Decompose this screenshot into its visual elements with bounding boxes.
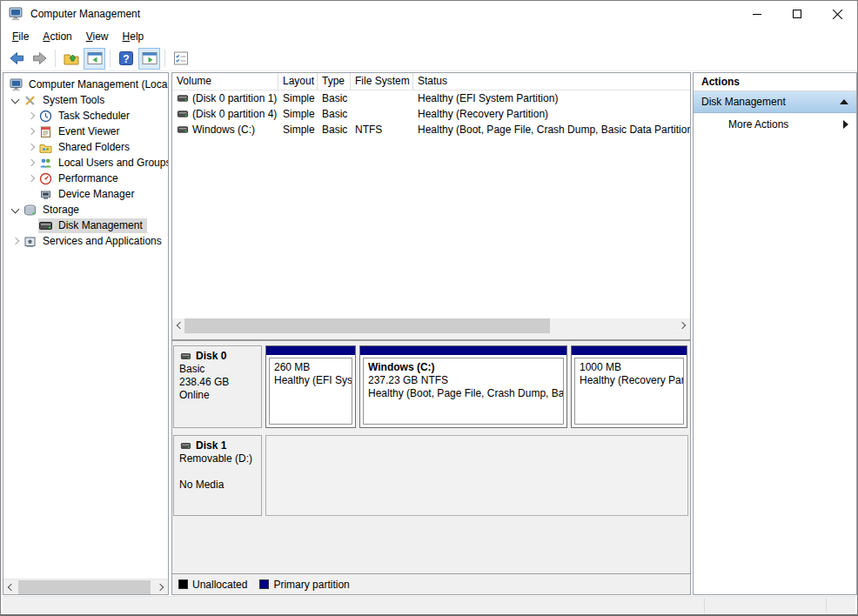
volume-row-windows-c[interactable]: Windows (C:) Simple Basic NTFS Healthy (…	[172, 122, 690, 137]
chevron-down-icon[interactable]	[9, 93, 23, 107]
forward-button[interactable]	[29, 48, 50, 70]
partition-recovery[interactable]: 1000 MB Healthy (Recovery Part	[571, 345, 687, 428]
action-pane-icon	[141, 50, 158, 67]
chevron-down-icon[interactable]	[9, 203, 23, 217]
forward-icon	[31, 50, 49, 67]
volume-layout: Simple	[278, 108, 318, 120]
chevron-right-icon[interactable]	[24, 156, 38, 170]
tree-item-system-tools[interactable]: System Tools	[3, 92, 168, 108]
tree-item-performance[interactable]: Performance	[3, 171, 168, 186]
storage-icon	[23, 204, 37, 217]
volume-name: (Disk 0 partition 1)	[192, 92, 277, 104]
scroll-left-arrow-icon[interactable]	[3, 580, 17, 594]
chevron-spacer	[24, 187, 38, 201]
volume-disk-icon	[177, 93, 189, 104]
partition-color-band	[360, 346, 566, 355]
tree-item-services-applications[interactable]: Services and Applications	[3, 233, 168, 249]
volume-disk-icon	[177, 124, 189, 135]
show-action-pane-button[interactable]	[138, 48, 160, 70]
tree-item-label: Disk Management	[57, 219, 144, 231]
close-icon	[832, 9, 842, 19]
volume-row-disk0-partition4[interactable]: (Disk 0 partition 4) Simple Basic Health…	[172, 106, 690, 122]
more-actions-item[interactable]: More Actions	[694, 113, 856, 136]
drive-icon	[179, 441, 192, 451]
graphical-disk-view: Disk 0 Basic 238.46 GB Online 260 MB Hea…	[172, 341, 690, 573]
disk-icon	[39, 219, 52, 232]
menu-file[interactable]: File	[5, 28, 36, 45]
volume-disk-icon	[177, 109, 189, 119]
volume-name: Windows (C:)	[192, 124, 255, 136]
tree-item-storage[interactable]: Storage	[3, 202, 168, 218]
actions-header: Actions	[694, 73, 856, 91]
help-button[interactable]	[115, 48, 137, 70]
show-console-tree-button[interactable]	[84, 48, 105, 70]
tree-item-disk-management[interactable]: Disk Management	[3, 218, 168, 233]
unallocated-swatch-icon	[178, 579, 188, 589]
event-viewer-icon	[39, 125, 52, 138]
more-actions-label: More Actions	[728, 118, 788, 131]
tree-item-event-viewer[interactable]: Event Viewer	[3, 124, 168, 139]
submenu-arrow-icon[interactable]	[843, 120, 848, 129]
tree-item-local-users-groups[interactable]: Local Users and Groups	[3, 155, 168, 171]
maximize-button[interactable]	[777, 1, 817, 27]
actions-group-disk-management[interactable]: Disk Management	[694, 91, 856, 113]
column-header-volume[interactable]: Volume	[172, 73, 278, 90]
disk-1-header[interactable]: Disk 1 Removable (D:) No Media	[173, 435, 262, 516]
partition-windows-c[interactable]: Windows (C:) 237.23 GB NTFS Healthy (Boo…	[359, 345, 567, 428]
up-level-button[interactable]	[60, 48, 82, 70]
volume-file-system: NTFS	[351, 124, 413, 136]
menu-action[interactable]: Action	[36, 28, 78, 45]
column-header-layout[interactable]: Layout	[278, 73, 318, 90]
volume-horizontal-scrollbar[interactable]	[172, 318, 690, 333]
chevron-right-icon[interactable]	[24, 124, 38, 138]
minimize-icon	[753, 14, 761, 15]
scrollbar-thumb[interactable]	[184, 318, 550, 333]
scrollbar-thumb[interactable]	[18, 580, 151, 594]
back-button[interactable]	[5, 48, 27, 70]
collapse-arrow-icon[interactable]	[840, 99, 848, 104]
partition-title: Windows (C:)	[368, 361, 559, 374]
app-icon	[8, 7, 23, 21]
disk-management-main-panel: Volume Layout Type File System Status (D…	[171, 72, 691, 595]
tree-item-device-manager[interactable]: Device Manager	[3, 186, 168, 202]
tree-item-label: Shared Folders	[57, 141, 131, 153]
toolbar-separator	[110, 50, 111, 67]
tree-item-label: System Tools	[41, 94, 106, 106]
disk-1-no-media-region[interactable]	[265, 435, 688, 516]
column-header-file-system[interactable]: File System	[351, 73, 413, 90]
legend-primary-partition: Primary partition	[259, 579, 349, 591]
column-header-status[interactable]: Status	[413, 73, 690, 90]
tree-horizontal-scrollbar[interactable]	[3, 579, 168, 594]
chevron-right-icon[interactable]	[24, 140, 38, 154]
properties-button[interactable]	[170, 48, 191, 70]
menu-help[interactable]: Help	[116, 28, 151, 45]
scroll-right-arrow-icon[interactable]	[676, 318, 690, 332]
volume-row-disk0-partition1[interactable]: (Disk 0 partition 1) Simple Basic Health…	[172, 90, 690, 106]
partition-color-band	[572, 346, 687, 355]
legend-bar: Unallocated Primary partition	[172, 573, 690, 594]
tree-item-label: Services and Applications	[41, 235, 164, 247]
volume-status: Healthy (Boot, Page File, Crash Dump, Ba…	[413, 124, 690, 136]
computer-icon	[10, 78, 23, 91]
pane-splitter[interactable]	[172, 333, 690, 341]
actions-panel: Actions Disk Management More Actions	[693, 72, 857, 595]
close-button[interactable]	[817, 1, 857, 27]
scroll-right-arrow-icon[interactable]	[154, 580, 168, 594]
users-icon	[39, 157, 52, 170]
minimize-button[interactable]	[737, 1, 777, 27]
volume-type: Basic	[318, 124, 351, 136]
disk-0-row: Disk 0 Basic 238.46 GB Online 260 MB Hea…	[173, 345, 689, 428]
menu-view[interactable]: View	[79, 28, 116, 45]
volume-type: Basic	[318, 92, 351, 104]
column-header-type[interactable]: Type	[318, 73, 351, 90]
partition-size: 1000 MB	[580, 361, 679, 374]
partition-efi[interactable]: 260 MB Healthy (EFI Syste	[265, 345, 356, 428]
tree-item-shared-folders[interactable]: Shared Folders	[3, 139, 168, 155]
drive-icon	[179, 352, 192, 361]
chevron-right-icon[interactable]	[24, 109, 38, 123]
tree-item-computer-management[interactable]: Computer Management (Local	[3, 77, 168, 92]
tree-item-task-scheduler[interactable]: Task Scheduler	[3, 108, 168, 124]
chevron-right-icon[interactable]	[24, 171, 38, 185]
disk-0-header[interactable]: Disk 0 Basic 238.46 GB Online	[173, 345, 262, 428]
chevron-right-icon[interactable]	[9, 234, 23, 248]
